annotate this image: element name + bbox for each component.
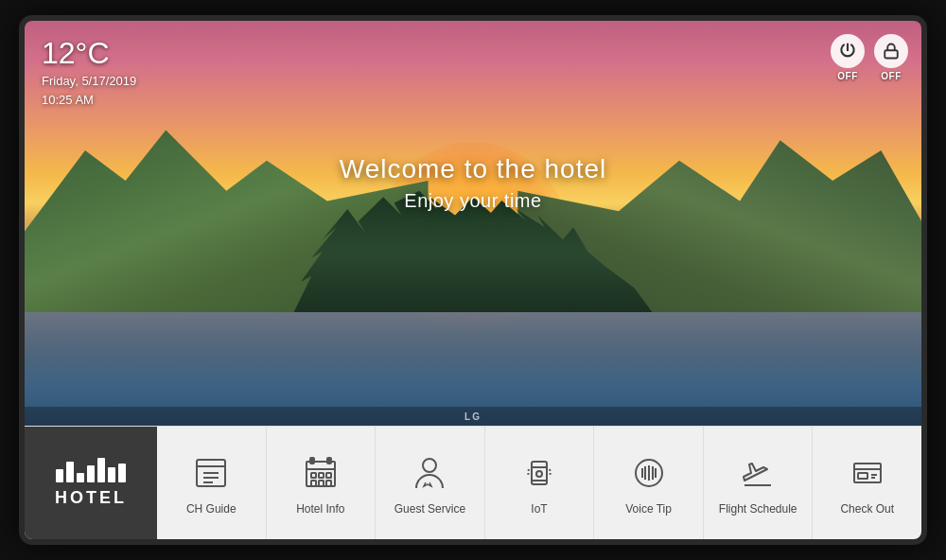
guest-service-icon xyxy=(408,451,451,495)
top-controls: OFF OFF xyxy=(831,34,908,81)
date-display: Friday, 5/17/2019 10:25 AM xyxy=(42,72,136,109)
nav-item-check-out[interactable]: Check Out xyxy=(813,427,921,539)
lg-logo-bar: LG xyxy=(25,407,921,426)
temperature: 12°C xyxy=(42,38,136,68)
hotel-info-label: Hotel Info xyxy=(296,502,344,516)
power-label: OFF xyxy=(837,71,858,81)
ch-guide-label: CH Guide xyxy=(186,502,236,516)
hotel-info-icon xyxy=(299,451,342,495)
guest-service-label: Guest Service xyxy=(394,502,465,516)
voice-tip-label: Voice Tip xyxy=(625,502,672,516)
voice-tip-icon xyxy=(627,451,671,495)
flight-schedule-label: Flight Schedule xyxy=(719,502,797,516)
power-control[interactable]: OFF xyxy=(831,34,865,81)
nav-item-guest-service[interactable]: Guest Service xyxy=(376,427,485,539)
screen: 12°C Friday, 5/17/2019 10:25 AM OFF xyxy=(25,21,921,426)
svg-rect-9 xyxy=(311,473,316,478)
welcome-subtitle: Enjoy your time xyxy=(340,190,607,212)
nav-item-voice-tip[interactable]: Voice Tip xyxy=(594,427,704,539)
svg-rect-11 xyxy=(326,473,331,478)
svg-rect-10 xyxy=(319,473,324,478)
lock-label: OFF xyxy=(881,71,902,81)
nav-item-iot[interactable]: IoT xyxy=(485,427,595,539)
check-out-label: Check Out xyxy=(840,502,894,516)
svg-rect-16 xyxy=(327,458,331,464)
check-out-icon xyxy=(846,451,889,495)
hotel-text: HOTEL xyxy=(55,488,127,508)
hotel-bars-icon xyxy=(56,458,126,482)
nav-item-hotel-info[interactable]: Hotel Info xyxy=(267,427,377,539)
nav-items-container: CH Guide xyxy=(157,427,921,539)
nav-item-flight-schedule[interactable]: Flight Schedule xyxy=(704,427,814,539)
lock-control[interactable]: OFF xyxy=(874,34,908,81)
hotel-logo: HOTEL xyxy=(25,427,157,539)
svg-point-17 xyxy=(423,459,436,472)
iot-label: IoT xyxy=(531,502,547,516)
lock-icon xyxy=(874,34,908,68)
welcome-text: Welcome to the hotel Enjoy your time xyxy=(340,154,607,212)
nav-bar: HOTEL CH Guide xyxy=(25,426,921,539)
svg-rect-12 xyxy=(311,481,316,486)
ch-guide-icon xyxy=(189,451,233,495)
nav-item-ch-guide[interactable]: CH Guide xyxy=(157,427,267,539)
welcome-title: Welcome to the hotel xyxy=(340,154,607,184)
svg-rect-15 xyxy=(310,458,314,464)
power-icon xyxy=(831,34,865,68)
weather-overlay: 12°C Friday, 5/17/2019 10:25 AM xyxy=(42,38,136,109)
iot-icon xyxy=(517,451,561,495)
svg-point-21 xyxy=(536,471,542,477)
svg-rect-14 xyxy=(326,481,331,486)
svg-rect-13 xyxy=(319,481,324,486)
svg-rect-31 xyxy=(858,473,867,479)
flight-schedule-icon xyxy=(736,451,780,495)
lg-logo: LG xyxy=(464,411,482,422)
svg-rect-1 xyxy=(885,50,898,58)
tv-frame: 12°C Friday, 5/17/2019 10:25 AM OFF xyxy=(19,15,927,545)
